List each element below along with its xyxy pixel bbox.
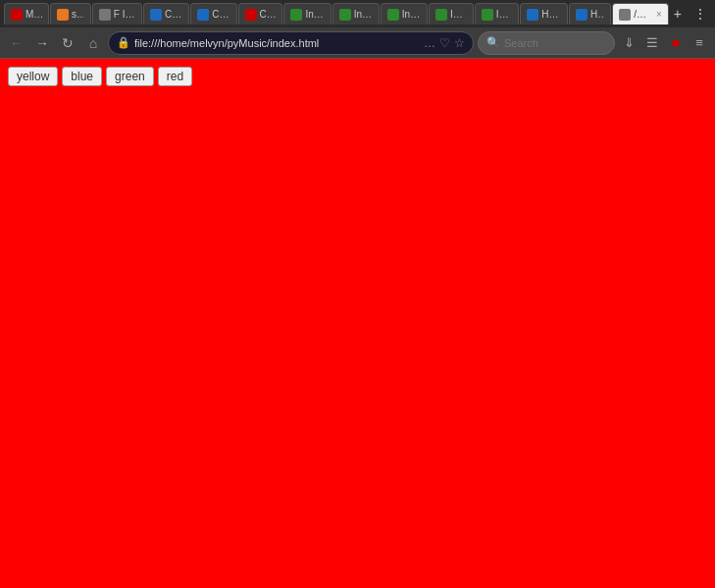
blue-button[interactable]: blue — [62, 67, 102, 86]
toolbar-icons: ⇓ ☰ ■ ≡ — [619, 33, 709, 53]
tab-favicon-7 — [290, 9, 302, 21]
forward-button[interactable]: → — [31, 32, 53, 54]
tab-8[interactable]: Instr... — [332, 3, 380, 24]
address-icons: … ♡ ☆ — [424, 36, 465, 50]
tab-label-2: spar — [72, 9, 84, 20]
tab-label-10: Inst... — [450, 9, 467, 20]
new-tab-button[interactable]: + — [670, 4, 686, 24]
tab-14[interactable]: /hom× × — [612, 3, 669, 24]
tab-label-8: Instr... — [354, 9, 373, 20]
nav-bar: ← → ↻ ⌂ 🔒 … ♡ ☆ 🔍 ⇓ ☰ ■ ≡ — [0, 27, 715, 59]
home-button[interactable]: ⌂ — [82, 32, 104, 54]
tab-2[interactable]: spar — [50, 3, 91, 24]
tab-favicon-9 — [387, 9, 399, 21]
tab-favicon-10 — [435, 9, 447, 21]
menu-button[interactable]: ≡ — [689, 33, 709, 53]
color-buttons: yellow blue green red — [8, 67, 707, 86]
tab-4[interactable]: Circ... — [143, 3, 189, 24]
tab-favicon-11 — [482, 9, 493, 21]
tab-favicon-1 — [11, 9, 23, 21]
reader-icon[interactable]: … — [424, 36, 435, 50]
tab-favicon-12 — [527, 9, 538, 21]
tab-favicon-6 — [245, 9, 257, 21]
extensions-icon[interactable]: ■ — [666, 33, 686, 53]
tab-label-7: Instr... — [305, 9, 324, 20]
tab-label-14: /hom× — [634, 9, 651, 20]
tab-favicon-2 — [57, 9, 69, 21]
tab-favicon-8 — [339, 9, 351, 21]
tab-9[interactable]: Instr... — [381, 3, 428, 24]
tab-bar-actions: + ⋮ — [670, 4, 711, 24]
tab-7[interactable]: Instr... — [283, 3, 331, 24]
tab-close-14[interactable]: × — [656, 9, 662, 20]
tab-label-6: Cre... — [260, 9, 277, 20]
tab-favicon-5 — [197, 9, 209, 21]
star-icon[interactable]: ☆ — [454, 36, 465, 50]
tab-13[interactable]: Ho... — [569, 3, 611, 24]
tab-bar: My ... spar F Ind... Circ... Circ... Cre… — [0, 0, 715, 27]
tab-label-1: My ... — [26, 9, 42, 20]
tab-11[interactable]: Incl... — [475, 3, 519, 24]
address-input[interactable] — [134, 37, 420, 49]
tab-10[interactable]: Inst... — [429, 3, 474, 24]
tab-1[interactable]: My ... — [4, 3, 49, 24]
tab-6[interactable]: Cre... — [238, 3, 283, 24]
tab-favicon-14 — [619, 9, 631, 21]
download-icon[interactable]: ⇓ — [619, 33, 638, 53]
search-icon: 🔍 — [486, 36, 500, 49]
tab-label-11: Incl... — [496, 9, 512, 20]
tab-overflow-button[interactable]: ⋮ — [689, 4, 711, 24]
tab-label-12: How... — [541, 9, 561, 20]
lock-icon: 🔒 — [117, 36, 130, 49]
tab-label-5: Circ... — [212, 9, 230, 20]
address-bar[interactable]: 🔒 … ♡ ☆ — [108, 31, 474, 55]
browser-chrome: My ... spar F Ind... Circ... Circ... Cre… — [0, 0, 715, 59]
green-button[interactable]: green — [106, 67, 154, 86]
bookmarks-icon[interactable]: ☰ — [642, 33, 662, 53]
tab-12[interactable]: How... — [520, 3, 568, 24]
tab-5[interactable]: Circ... — [190, 3, 236, 24]
red-button[interactable]: red — [158, 67, 192, 86]
tab-label-4: Circ... — [165, 9, 182, 20]
yellow-button[interactable]: yellow — [8, 67, 58, 86]
search-bar[interactable]: 🔍 — [478, 31, 615, 55]
tab-label-13: Ho... — [590, 9, 604, 20]
reload-button[interactable]: ↻ — [57, 32, 78, 54]
tab-favicon-13 — [576, 9, 587, 21]
page-content: yellow blue green red — [0, 59, 715, 588]
tab-label-9: Instr... — [402, 9, 421, 20]
tab-3[interactable]: F Ind... — [92, 3, 142, 24]
tab-favicon-4 — [150, 9, 162, 21]
tab-favicon-3 — [99, 9, 111, 21]
tab-label-3: F Ind... — [114, 9, 135, 20]
bookmark-icon[interactable]: ♡ — [439, 36, 450, 50]
back-button[interactable]: ← — [6, 32, 27, 54]
